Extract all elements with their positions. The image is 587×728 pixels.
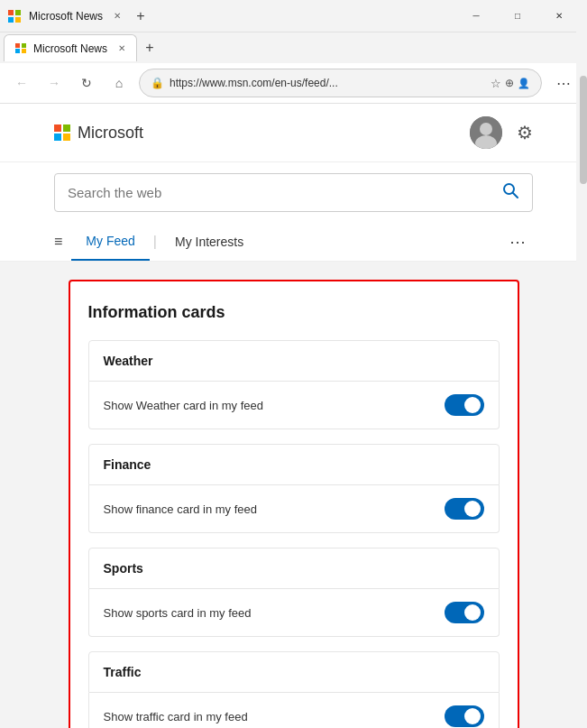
tab-favicon xyxy=(15,43,26,54)
traffic-card-body: Show traffic card in my feed xyxy=(88,693,500,728)
hamburger-menu[interactable]: ≡ xyxy=(54,223,71,261)
window-controls: ─ □ ✕ xyxy=(455,0,580,32)
weather-card-body: Show Weather card in my feed xyxy=(88,382,500,429)
finance-card-label: Show finance card in my feed xyxy=(104,502,258,516)
settings-icon[interactable]: ⚙ xyxy=(517,122,533,143)
msn-logo-text: Microsoft xyxy=(78,124,143,143)
search-icon[interactable] xyxy=(501,181,519,204)
close-tab-button[interactable]: ✕ xyxy=(114,11,121,21)
tab-title: Microsoft News xyxy=(29,10,103,23)
back-button[interactable]: ← xyxy=(9,70,34,96)
finance-toggle[interactable] xyxy=(445,498,484,520)
traffic-card-section: Traffic Show traffic card in my feed xyxy=(88,651,500,728)
home-button[interactable]: ⌂ xyxy=(106,70,132,96)
active-tab[interactable]: Microsoft News ✕ xyxy=(4,34,137,61)
search-box[interactable] xyxy=(54,173,533,212)
weather-card-label: Show Weather card in my feed xyxy=(104,399,264,412)
scrollbar[interactable] xyxy=(576,0,587,728)
msn-header-right: ⚙ xyxy=(470,116,533,149)
panel-title: Information cards xyxy=(88,303,500,322)
main-content: Information cards Weather Show Weather c… xyxy=(0,262,587,728)
window-close-button[interactable]: ✕ xyxy=(538,0,580,32)
sports-toggle[interactable] xyxy=(445,602,484,623)
tab-label: Microsoft News xyxy=(33,42,107,55)
sports-card-body: Show sports card in my feed xyxy=(88,589,500,637)
my-interests-tab[interactable]: My Interests xyxy=(161,224,258,260)
finance-card-body: Show finance card in my feed xyxy=(88,485,500,533)
address-bar: ← → ↻ ⌂ 🔒 https://www.msn.com/en-us/feed… xyxy=(0,63,587,104)
address-icons: ☆ ⊕ 👤 xyxy=(491,77,530,90)
avatar[interactable] xyxy=(470,116,502,149)
profile-icon[interactable]: 👤 xyxy=(518,78,530,89)
svg-point-1 xyxy=(480,123,492,135)
search-input[interactable] xyxy=(68,185,494,200)
refresh-button[interactable]: ↻ xyxy=(74,70,99,96)
add-tab-button[interactable]: + xyxy=(137,35,162,60)
traffic-card-header: Traffic xyxy=(88,651,500,693)
lock-icon: 🔒 xyxy=(151,77,164,89)
star-icon[interactable]: ☆ xyxy=(491,77,501,90)
tab-bar: Microsoft News ✕ + xyxy=(0,32,587,63)
sports-card-header: Sports xyxy=(88,548,500,589)
minimize-button[interactable]: ─ xyxy=(455,0,497,32)
forward-button[interactable]: → xyxy=(41,70,67,96)
traffic-card-label: Show traffic card in my feed xyxy=(104,710,248,723)
weather-card-header: Weather xyxy=(88,340,500,382)
weather-toggle[interactable] xyxy=(445,394,484,416)
scrollbar-thumb[interactable] xyxy=(580,76,587,184)
msn-header: Microsoft ⚙ xyxy=(0,104,587,162)
svg-line-4 xyxy=(513,193,518,198)
finance-card-header: Finance xyxy=(88,444,500,485)
info-cards-panel: Information cards Weather Show Weather c… xyxy=(69,280,519,728)
url-bar[interactable]: 🔒 https://www.msn.com/en-us/feed/... ☆ ⊕… xyxy=(139,69,542,97)
title-bar: Microsoft News ✕ + ─ □ ✕ xyxy=(0,0,587,32)
url-text: https://www.msn.com/en-us/feed/... xyxy=(170,77,485,89)
collections-icon[interactable]: ⊕ xyxy=(505,77,514,89)
tab-close-icon[interactable]: ✕ xyxy=(118,43,125,53)
new-tab-button[interactable]: + xyxy=(128,4,153,29)
traffic-toggle[interactable] xyxy=(445,705,484,727)
sports-card-section: Sports Show sports card in my feed xyxy=(88,548,500,637)
page-content: Microsoft ⚙ xyxy=(0,104,587,728)
finance-card-section: Finance Show finance card in my feed xyxy=(88,444,500,533)
window-icon xyxy=(7,9,22,23)
weather-card-section: Weather Show Weather card in my feed xyxy=(88,340,500,429)
nav-more-button[interactable]: ⋯ xyxy=(502,225,533,259)
browser-more-button[interactable]: ⋯ xyxy=(549,71,578,96)
maximize-button[interactable]: □ xyxy=(497,0,538,32)
search-section xyxy=(0,162,587,223)
my-feed-tab[interactable]: My Feed xyxy=(71,223,149,261)
msn-logo-squares xyxy=(54,124,70,141)
sports-card-label: Show sports card in my feed xyxy=(104,606,252,620)
nav-tabs: ≡ My Feed | My Interests ⋯ xyxy=(0,223,587,262)
msn-logo: Microsoft xyxy=(54,124,143,143)
title-bar-left: Microsoft News ✕ xyxy=(7,9,121,23)
